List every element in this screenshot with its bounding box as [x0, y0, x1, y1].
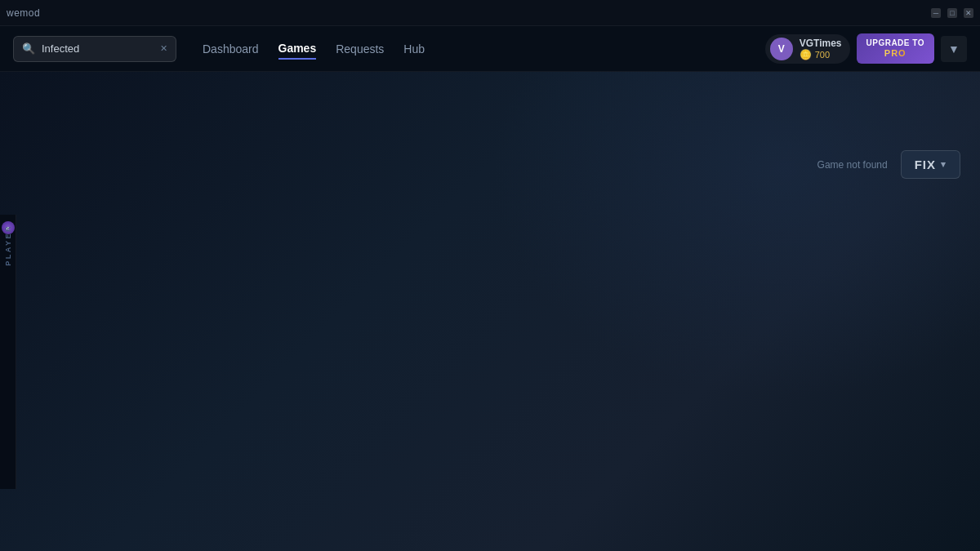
main-content: GAMES › THE INFECTED › THE INFECTED by S…	[0, 72, 980, 551]
user-badge[interactable]: V VGTimes 🪙 700	[765, 34, 850, 64]
avatar: V	[770, 38, 793, 60]
user-menu-button[interactable]: ▼	[941, 36, 967, 62]
fix-label: FIX	[915, 158, 936, 171]
background-scene	[490, 72, 980, 398]
section-label: PLAYER	[4, 224, 12, 266]
fix-chevron: ▾	[941, 159, 947, 170]
right-panel: Game not found FIX ▾	[798, 144, 980, 185]
search-clear-button[interactable]: ✕	[160, 43, 167, 54]
nav-dashboard[interactable]: Dashboard	[203, 39, 259, 59]
maximize-button[interactable]: □	[947, 8, 957, 18]
coin-count: 700	[815, 50, 830, 60]
upgrade-label: UPGRADE TO	[866, 38, 925, 48]
nav-requests[interactable]: Requests	[336, 39, 384, 59]
username: VGTimes	[800, 38, 842, 49]
close-button[interactable]: ✕	[964, 8, 973, 18]
user-area: V VGTimes 🪙 700 UPGRADE TO PRO ▼	[765, 33, 967, 64]
navbar: 🔍 Infected ✕ Dashboard Games Requests Hu…	[0, 26, 980, 72]
game-not-found-label: Game not found	[817, 159, 888, 171]
window-controls: ─ □ ✕	[931, 8, 973, 18]
fix-button[interactable]: FIX ▾	[901, 150, 960, 179]
nav-links: Dashboard Games Requests Hub	[203, 38, 425, 60]
player-label-area: ● PLAYER	[0, 215, 16, 489]
coin-icon: 🪙	[800, 49, 812, 60]
upgrade-pro-label: PRO	[884, 48, 906, 59]
minimize-button[interactable]: ─	[931, 8, 941, 18]
app-name: wemod	[7, 7, 40, 19]
nav-hub[interactable]: Hub	[403, 39, 425, 59]
search-box[interactable]: 🔍 Infected ✕	[13, 36, 176, 62]
search-icon: 🔍	[22, 42, 35, 55]
upgrade-button[interactable]: UPGRADE TO PRO	[857, 33, 935, 64]
nav-games[interactable]: Games	[278, 38, 317, 60]
user-coins: 🪙 700	[800, 49, 842, 60]
search-input[interactable]: Infected	[42, 42, 154, 55]
titlebar: wemod ─ □ ✕	[0, 0, 980, 26]
